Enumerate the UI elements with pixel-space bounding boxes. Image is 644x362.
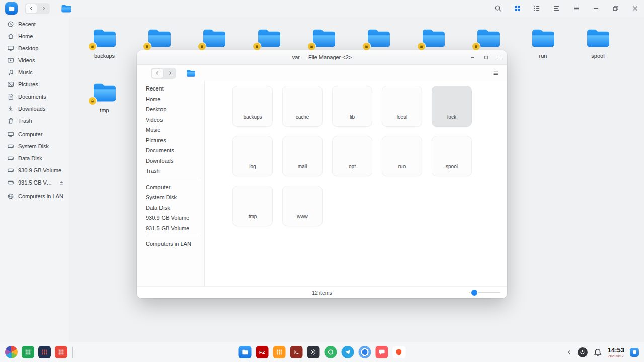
- folder-tmp[interactable]: tmp: [232, 186, 273, 226]
- menu-icon[interactable]: [491, 69, 500, 78]
- tray-expand-icon[interactable]: [566, 349, 572, 355]
- minimize-button[interactable]: [466, 50, 479, 64]
- dock-dark-app-icon[interactable]: [38, 346, 51, 358]
- folder-backups[interactable]: backups: [232, 86, 273, 127]
- sidebar-item-system-disk[interactable]: System Disk: [137, 192, 204, 203]
- breadcrumb-folder-icon[interactable]: [186, 69, 196, 77]
- folder-cache[interactable]: cache: [282, 86, 323, 127]
- folder-run[interactable]: run: [382, 136, 422, 176]
- folder-lock[interactable]: lock: [432, 86, 472, 127]
- sidebar-item-computer[interactable]: Computer: [137, 182, 204, 193]
- back-button[interactable]: [26, 4, 37, 13]
- sidebar-item-videos[interactable]: Videos: [0, 54, 69, 66]
- folder-run[interactable]: run: [516, 28, 571, 82]
- dock-file-manager-icon[interactable]: [239, 346, 252, 358]
- sidebar-item-home[interactable]: Home: [137, 94, 204, 105]
- sidebar-item-label: Trash: [18, 118, 65, 124]
- breadcrumb-folder-icon[interactable]: [61, 4, 72, 13]
- sidebar-item-home[interactable]: Home: [0, 30, 69, 42]
- search-icon[interactable]: [494, 5, 502, 13]
- sidebar-item-930-9-gb-volume[interactable]: 930.9 GB Volume: [0, 164, 69, 176]
- dock-chat-app-icon[interactable]: [376, 346, 388, 358]
- minimize-icon[interactable]: [592, 5, 600, 13]
- sidebar-item-computer[interactable]: Computer: [0, 128, 69, 140]
- sidebar-item-documents[interactable]: Documents: [137, 145, 204, 156]
- sidebar-item-label: Computer: [18, 131, 65, 137]
- icon-size-slider[interactable]: [469, 289, 500, 296]
- forward-button[interactable]: [38, 4, 49, 13]
- sidebar-item-931-5-gb-volu[interactable]: 931.5 GB Volu...: [0, 176, 69, 189]
- notification-bell-icon[interactable]: [593, 348, 602, 357]
- sidebar-item-system-disk[interactable]: System Disk: [0, 140, 69, 152]
- close-button[interactable]: [492, 50, 505, 64]
- sidebar-item-pictures[interactable]: Pictures: [0, 78, 69, 90]
- sidebar-item-computers-in-lan[interactable]: Computers in LAN: [0, 190, 69, 202]
- file-manager-app-icon[interactable]: [5, 2, 18, 15]
- dock-terminal-icon[interactable]: [290, 346, 303, 358]
- folder-www[interactable]: www: [282, 186, 323, 226]
- sidebar-item-trash[interactable]: Trash: [137, 166, 204, 176]
- dock-brave-browser-icon[interactable]: [393, 346, 406, 358]
- eject-icon[interactable]: [58, 179, 65, 186]
- sidebar-item-930-9-gb-volume[interactable]: 930.9 GB Volume: [137, 213, 204, 223]
- folder-tmp[interactable]: tmp: [77, 82, 132, 136]
- folder-log[interactable]: log: [232, 136, 273, 176]
- dock-green-office-app-icon[interactable]: [22, 346, 34, 358]
- front-window-sidebar: RecentHomeDesktopVideosMusicPicturesDocu…: [137, 81, 205, 286]
- navigation-buttons: [25, 3, 50, 14]
- sidebar-item-recent[interactable]: Recent: [0, 18, 69, 30]
- power-icon[interactable]: [578, 347, 588, 357]
- sidebar-item-documents[interactable]: Documents: [0, 90, 69, 103]
- dock-control-center-icon[interactable]: [307, 346, 320, 358]
- dock-red-office-app-icon[interactable]: [55, 346, 67, 358]
- sidebar-item-recent[interactable]: Recent: [137, 83, 204, 94]
- folder-lib[interactable]: lib: [332, 86, 372, 127]
- folder-name: mail: [298, 164, 307, 169]
- folder-name: lock: [447, 114, 456, 120]
- folder-local[interactable]: local: [382, 86, 422, 127]
- sidebar-item-computers-in-lan[interactable]: Computers in LAN: [137, 239, 204, 249]
- front-window-body: RecentHomeDesktopVideosMusicPicturesDocu…: [137, 81, 507, 286]
- dock-app-store-icon[interactable]: [273, 346, 286, 358]
- icon-view-icon[interactable]: [513, 5, 521, 13]
- dock: FZ 14:53 2021/8/17: [0, 342, 644, 362]
- sidebar-item-data-disk[interactable]: Data Disk: [137, 203, 204, 213]
- slider-handle[interactable]: [471, 290, 477, 296]
- maximize-button[interactable]: [479, 50, 492, 64]
- sidebar-item-downloads[interactable]: Downloads: [0, 103, 69, 115]
- folder-opt[interactable]: opt: [332, 136, 372, 176]
- close-icon[interactable]: [631, 5, 639, 13]
- dock-telegram-icon[interactable]: [342, 346, 354, 358]
- restore-icon[interactable]: [611, 5, 619, 13]
- sidebar-item-trash[interactable]: Trash: [0, 115, 69, 127]
- sidebar-item-music[interactable]: Music: [137, 125, 204, 135]
- show-desktop-widget[interactable]: [630, 348, 639, 357]
- sidebar-item-data-disk[interactable]: Data Disk: [0, 152, 69, 164]
- sidebar-item-pictures[interactable]: Pictures: [137, 135, 204, 146]
- dock-chromium-browser-icon[interactable]: [359, 346, 371, 358]
- clock[interactable]: 14:53 2021/8/17: [608, 347, 624, 358]
- forward-button[interactable]: [164, 69, 175, 78]
- dock-launcher-icon[interactable]: [5, 346, 18, 358]
- folder-backups[interactable]: backups: [77, 28, 132, 82]
- folder-mail[interactable]: mail: [282, 136, 323, 176]
- front-window-titlebar[interactable]: var — File Manager <2>: [137, 50, 507, 65]
- sidebar-item-desktop[interactable]: Desktop: [0, 42, 69, 54]
- list-view-icon[interactable]: [533, 5, 541, 13]
- folder-spool[interactable]: spool: [571, 28, 625, 82]
- sidebar-item-desktop[interactable]: Desktop: [137, 104, 204, 115]
- sidebar-item-downloads[interactable]: Downloads: [137, 156, 204, 166]
- dock-green-app-icon[interactable]: [325, 346, 337, 358]
- sidebar-item-music[interactable]: Music: [0, 66, 69, 78]
- sidebar-item-videos[interactable]: Videos: [137, 115, 204, 125]
- bg-toolbar-right: [494, 5, 639, 13]
- dock-filezilla-icon[interactable]: FZ: [256, 346, 269, 358]
- menu-icon[interactable]: [572, 5, 580, 13]
- back-button[interactable]: [152, 69, 163, 78]
- video-icon: [7, 57, 14, 64]
- folder-spool[interactable]: spool: [432, 136, 472, 176]
- folder-icon: [202, 28, 227, 49]
- bg-window-titlebar: [0, 0, 644, 17]
- sidebar-item-931-5-gb-volume[interactable]: 931.5 GB Volume: [137, 223, 204, 234]
- detail-view-icon[interactable]: [552, 5, 560, 13]
